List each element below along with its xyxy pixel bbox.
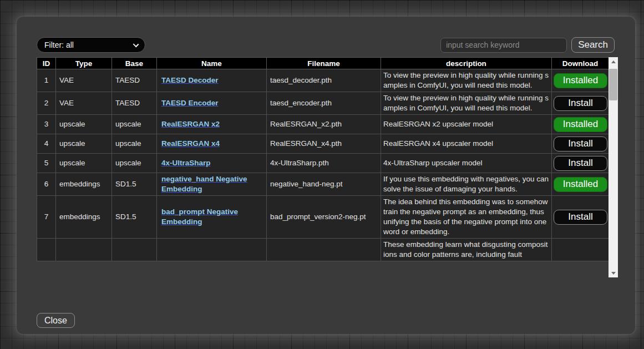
- cell-filename: RealESRGAN_x2.pth: [267, 115, 381, 134]
- cell-desc: To view the preview in high quality whil…: [381, 92, 552, 115]
- models-table: IDTypeBaseNameFilenamedescriptionDownloa…: [37, 57, 609, 261]
- cell-filename: negative_hand-neg.pt: [267, 173, 381, 196]
- table-row: 4upscaleupscaleRealESRGAN x4RealESRGAN_x…: [37, 134, 609, 154]
- cell-filename: RealESRGAN_x4.pth: [267, 134, 381, 154]
- column-header-type: Type: [56, 58, 112, 69]
- cell-download: Install: [552, 134, 609, 154]
- scroll-up-icon[interactable]: [608, 57, 618, 66]
- cell-id: 7: [37, 196, 56, 239]
- scrollbar-track[interactable]: [608, 66, 618, 269]
- cell-download: Installed: [552, 173, 609, 196]
- cell-name: TAESD Encoder: [157, 92, 267, 115]
- table-row: 7embeddingsSD1.5bad_prompt Negative Embe…: [37, 196, 609, 239]
- cell-filename: taesd_encoder.pth: [267, 92, 381, 115]
- cell-name: 4x-UltraSharp: [157, 154, 267, 173]
- cell-desc: These embedding learn what disgusting co…: [381, 239, 552, 261]
- cell-download: Install: [552, 154, 609, 173]
- cell-type: VAE: [56, 69, 112, 92]
- model-name-link[interactable]: TAESD Decoder: [161, 76, 219, 84]
- table-row: 6embeddingsSD1.5negative_hand Negative E…: [37, 173, 609, 196]
- cell-name: [157, 239, 267, 261]
- installed-button[interactable]: Installed: [554, 177, 607, 192]
- cell-desc: RealESRGAN x2 upscaler model: [381, 115, 552, 134]
- table-row: 3upscaleupscaleRealESRGAN x2RealESRGAN_x…: [37, 115, 609, 134]
- table-wrap: IDTypeBaseNameFilenamedescriptionDownloa…: [37, 57, 618, 277]
- installed-button[interactable]: Installed: [554, 73, 607, 88]
- install-button[interactable]: Install: [554, 210, 607, 225]
- canvas-background: { "dialog": { "filter": { "selected_labe…: [0, 0, 644, 349]
- table-row: These embedding learn what disgusting co…: [37, 239, 609, 261]
- table-row: 1VAETAESDTAESD Decodertaesd_decoder.pthT…: [37, 69, 609, 92]
- cell-base: SD1.5: [112, 196, 157, 239]
- cell-desc: To view the preview in high quality whil…: [381, 69, 552, 92]
- close-button[interactable]: Close: [37, 313, 75, 328]
- cell-id: 1: [37, 69, 56, 92]
- cell-id: 2: [37, 92, 56, 115]
- model-name-link[interactable]: negative_hand Negative Embedding: [161, 175, 247, 193]
- cell-type: VAE: [56, 92, 112, 115]
- model-name-link[interactable]: RealESRGAN x4: [161, 139, 220, 148]
- cell-base: TAESD: [112, 69, 157, 92]
- scrollbar-thumb[interactable]: [609, 69, 617, 100]
- cell-type: upscale: [56, 134, 112, 154]
- cell-filename: taesd_decoder.pth: [267, 69, 381, 92]
- toolbar: Filter: all Search: [37, 37, 615, 53]
- install-button[interactable]: Install: [554, 136, 607, 151]
- cell-base: SD1.5: [112, 173, 157, 196]
- cell-desc: The idea behind this embedding was to so…: [381, 196, 552, 239]
- cell-desc: If you use this embedding with negatives…: [381, 173, 552, 196]
- model-name-link[interactable]: bad_prompt Negative Embedding: [161, 208, 238, 226]
- model-name-link[interactable]: RealESRGAN x2: [161, 120, 220, 128]
- header-row: IDTypeBaseNameFilenamedescriptionDownloa…: [37, 58, 609, 69]
- filter-select[interactable]: Filter: all: [37, 37, 145, 53]
- cell-type: embeddings: [56, 196, 112, 239]
- cell-download: Install: [552, 196, 609, 239]
- cell-id: 4: [37, 134, 56, 154]
- scroll-down-icon[interactable]: [608, 269, 618, 277]
- cell-type: embeddings: [56, 173, 112, 196]
- table-scrollbar[interactable]: [608, 57, 618, 277]
- cell-name: RealESRGAN x4: [157, 134, 267, 154]
- column-header-id: ID: [37, 58, 56, 69]
- cell-id: 6: [37, 173, 56, 196]
- cell-filename: [267, 239, 381, 261]
- column-header-name: Name: [157, 58, 267, 69]
- cell-download: Installed: [552, 69, 609, 92]
- column-header-download: Download: [552, 58, 609, 69]
- installed-button[interactable]: Installed: [554, 117, 607, 132]
- model-name-link[interactable]: 4x-UltraSharp: [161, 159, 211, 167]
- search-group: Search: [440, 37, 615, 53]
- cell-id: 3: [37, 115, 56, 134]
- cell-filename: 4x-UltraSharp.pth: [267, 154, 381, 173]
- cell-desc: RealESRGAN x4 upscaler model: [381, 134, 552, 154]
- search-button[interactable]: Search: [571, 37, 615, 53]
- column-header-base: Base: [112, 58, 157, 69]
- model-name-link[interactable]: TAESD Encoder: [161, 99, 219, 107]
- cell-download: Install: [552, 92, 609, 115]
- cell-id: [37, 239, 56, 261]
- cell-base: upscale: [112, 154, 157, 173]
- filter-select-wrap: Filter: all: [37, 37, 145, 53]
- cell-name: TAESD Decoder: [157, 69, 267, 92]
- search-input[interactable]: [440, 38, 567, 53]
- cell-name: bad_prompt Negative Embedding: [157, 196, 267, 239]
- table-row: 2VAETAESDTAESD Encodertaesd_encoder.pthT…: [37, 92, 609, 115]
- cell-type: upscale: [56, 154, 112, 173]
- cell-id: 5: [37, 154, 56, 173]
- column-header-filename: Filename: [267, 58, 381, 69]
- table-row: 5upscaleupscale4x-UltraSharp4x-UltraShar…: [37, 154, 609, 173]
- cell-name: negative_hand Negative Embedding: [157, 173, 267, 196]
- cell-base: TAESD: [112, 92, 157, 115]
- column-header-description: description: [381, 58, 552, 69]
- cell-download: [552, 239, 609, 261]
- cell-base: upscale: [112, 115, 157, 134]
- cell-filename: bad_prompt_version2-neg.pt: [267, 196, 381, 239]
- cell-download: Installed: [552, 115, 609, 134]
- install-button[interactable]: Install: [554, 96, 607, 111]
- cell-base: upscale: [112, 134, 157, 154]
- cell-name: RealESRGAN x2: [157, 115, 267, 134]
- cell-desc: 4x-UltraSharp upscaler model: [381, 154, 552, 173]
- install-button[interactable]: Install: [554, 156, 607, 171]
- dialog-footer: Close: [37, 313, 635, 328]
- cell-base: [112, 239, 157, 261]
